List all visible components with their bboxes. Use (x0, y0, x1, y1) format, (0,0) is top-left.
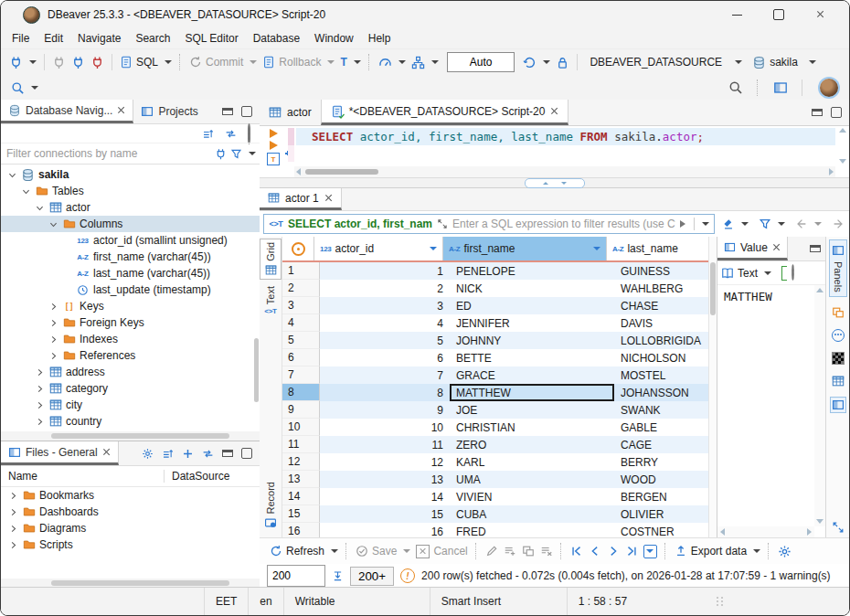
link-editor-icon[interactable] (202, 447, 214, 460)
close-button[interactable] (800, 2, 842, 27)
row-number[interactable]: 2 (282, 280, 320, 297)
previous-row-button[interactable] (586, 543, 604, 559)
table-row-8[interactable]: 88MATTHEWJOHANSSON (282, 384, 708, 401)
cell-first_name[interactable]: UMA (450, 471, 614, 488)
close-icon[interactable] (772, 243, 781, 251)
cell-last_name[interactable]: NICHOLSON (614, 349, 708, 366)
row-number[interactable]: 16 (282, 523, 320, 537)
fetch-size-input[interactable] (267, 565, 325, 587)
view-menu-icon[interactable] (248, 123, 250, 135)
rollback-button[interactable]: Rollback (260, 54, 337, 70)
cell-first_name[interactable]: KARL (450, 453, 614, 471)
aggregate-panel-icon[interactable] (831, 328, 845, 343)
minimize-panel-icon[interactable] (222, 108, 233, 115)
chevron-open-icon[interactable] (47, 219, 60, 229)
sort-dropdown-icon[interactable] (430, 247, 437, 250)
cursor-position-indicator[interactable]: 1 : 58 : 57 (568, 588, 704, 615)
menu-item-search[interactable]: Search (128, 30, 177, 47)
first-row-button[interactable] (568, 543, 586, 559)
minimize-editor-icon[interactable] (812, 109, 823, 116)
row-number[interactable]: 5 (282, 332, 320, 349)
cell-last_name[interactable]: OLIVIER (614, 505, 708, 523)
cell-actor_id[interactable]: 11 (320, 436, 450, 453)
tree-item-city[interactable]: city (1, 397, 260, 413)
tree-item-keys[interactable]: [ ]Keys (1, 298, 260, 314)
tab-files-general[interactable]: Files - General (1, 441, 119, 465)
chevron-closed-icon[interactable] (33, 367, 47, 377)
tree-item-address[interactable]: address (1, 364, 260, 380)
delete-row-button[interactable] (537, 543, 556, 559)
server-admin-button[interactable] (409, 54, 441, 71)
cell-last_name[interactable]: GUINESS (614, 262, 708, 280)
chevron-closed-icon[interactable] (33, 384, 47, 394)
new-sql-editor-button[interactable]: SQL (117, 54, 175, 70)
row-number[interactable]: 1 (282, 262, 320, 280)
row-number[interactable]: 12 (282, 453, 320, 471)
cell-actor_id[interactable]: 6 (320, 349, 450, 366)
row-number[interactable]: 6 (282, 349, 320, 366)
chevron-closed-icon[interactable] (6, 524, 20, 534)
files-item-diagrams[interactable]: Diagrams (1, 520, 260, 536)
maximize-button[interactable] (758, 2, 800, 27)
row-number[interactable]: 11 (282, 436, 320, 453)
cell-first_name[interactable]: FRED (450, 523, 614, 537)
cell-actor_id[interactable]: 7 (320, 366, 450, 384)
chevron-open-icon[interactable] (33, 203, 47, 213)
tree-item-first_name[interactable]: A-Zfirst_name (varchar(45)) (1, 249, 260, 265)
cell-last_name[interactable]: JOHANSSON (614, 384, 708, 401)
chevron-closed-icon[interactable] (33, 417, 47, 427)
table-row-2[interactable]: 22NICKWAHLBERG (282, 280, 708, 297)
record-mode-toggle[interactable]: Record (264, 479, 277, 532)
tree-vertical-scrollbar[interactable] (253, 302, 260, 431)
tree-item-country[interactable]: country (1, 413, 260, 430)
cell-first_name[interactable]: CUBA (450, 505, 614, 523)
table-row-7[interactable]: 77GRACEMOSTEL (282, 366, 708, 384)
tab-value[interactable]: Value (717, 237, 788, 260)
cell-first_name[interactable]: NICK (450, 280, 614, 297)
tab-actor-editor[interactable]: actor (260, 100, 321, 125)
menu-item-file[interactable]: File (5, 30, 37, 47)
minimize-panel-icon[interactable] (222, 450, 233, 457)
cell-actor_id[interactable]: 5 (320, 332, 450, 349)
tree-item-actor[interactable]: actor (1, 199, 260, 216)
menu-item-edit[interactable]: Edit (37, 30, 70, 47)
value-vertical-scrollbar[interactable] (814, 285, 825, 526)
sql-code-line[interactable]: SELECT actor_id, first_name, last_name F… (296, 128, 835, 145)
link-editor-icon[interactable] (225, 127, 237, 140)
table-row-10[interactable]: 1010CHRISTIANGABLE (282, 419, 708, 436)
tree-item-actor_id[interactable]: 123actor_id (smallint unsigned) (1, 232, 260, 249)
maximize-panel-icon[interactable] (241, 106, 252, 117)
chevron-open-icon[interactable] (19, 186, 33, 196)
edit-cell-button[interactable] (483, 543, 501, 559)
row-number[interactable]: 13 (282, 471, 320, 488)
cell-last_name[interactable]: BERGEN (614, 488, 708, 505)
cell-last_name[interactable]: BERRY (614, 453, 708, 471)
duplicate-row-button[interactable] (519, 543, 537, 559)
cell-first_name[interactable]: ED (450, 297, 614, 314)
datasource-selector[interactable]: DBEAVER_DATASOURCE (582, 54, 749, 70)
last-row-button[interactable] (622, 543, 641, 559)
panels-toggle-button[interactable]: Panels (829, 239, 847, 297)
timezone-indicator[interactable]: EET (205, 588, 249, 615)
fetch-page-button[interactable] (641, 543, 660, 560)
tree-item-last_update[interactable]: last_update (timestamp) (1, 281, 260, 298)
maximize-editor-icon[interactable] (831, 107, 842, 118)
next-row-button[interactable] (604, 543, 622, 559)
table-row-5[interactable]: 55JOHNNYLOLLOBRIGIDA (282, 332, 708, 349)
cell-actor_id[interactable]: 16 (320, 523, 450, 537)
settings-gear-icon[interactable] (142, 447, 154, 460)
expand-all-icon[interactable] (182, 447, 194, 460)
collapse-all-icon[interactable] (162, 447, 174, 460)
cell-actor_id[interactable]: 14 (320, 488, 450, 505)
cell-actor_id[interactable]: 12 (320, 453, 450, 471)
tree-item-indexes[interactable]: Indexes (1, 331, 260, 347)
metadata-panel-icon[interactable] (831, 305, 845, 320)
row-number[interactable]: 9 (282, 401, 320, 419)
chevron-closed-icon[interactable] (47, 335, 60, 345)
cell-first_name[interactable]: JOE (450, 401, 614, 419)
tab-sql-script[interactable]: *<DBEAVER_DATASOURCE> Script-20 (321, 100, 569, 125)
save-button[interactable]: Save (353, 543, 413, 559)
chevron-closed-icon[interactable] (6, 507, 20, 517)
row-number[interactable]: 15 (282, 505, 320, 523)
presentation-tab-text[interactable]: Text <>T (264, 283, 277, 318)
